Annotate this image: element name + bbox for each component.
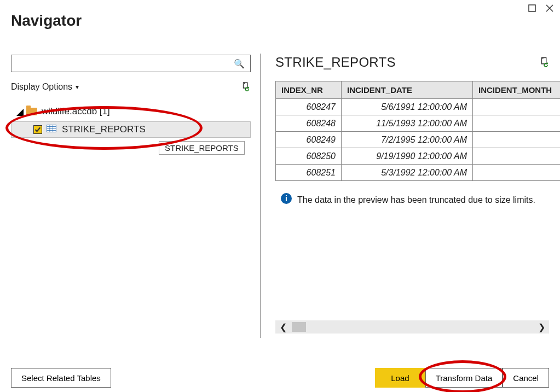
tree-item-checkbox[interactable] [33,125,42,134]
table-row: 60824811/5/1993 12:00:00 AM [276,115,561,132]
search-input[interactable] [16,58,234,68]
col-header[interactable]: INDEX_NR [276,81,342,99]
tree-database-label: wildlife.accdb [1] [42,106,110,117]
search-icon[interactable]: 🔍 [234,58,245,69]
transform-data-button[interactable]: Transform Data [425,368,503,388]
col-header[interactable]: INCIDENT_DATE [342,81,473,99]
panel-divider [260,54,261,338]
scroll-thumb[interactable] [292,322,306,332]
table-row: 6082509/19/1990 12:00:00 AM [276,148,561,165]
preview-table: INDEX_NR INCIDENT_DATE INCIDENT_MONTH 60… [275,81,560,181]
window-close-icon[interactable] [545,3,555,13]
table-icon [47,124,56,135]
tree-database-node[interactable]: ◢ wildlife.accdb [1] [11,104,251,119]
display-options-label: Display Options [11,82,72,92]
horizontal-scrollbar[interactable]: ❮ ❯ [275,320,549,334]
table-row: 6082497/2/1995 12:00:00 AM [276,132,561,148]
chevron-down-icon: ▾ [76,83,79,91]
window-restore-icon[interactable] [527,3,537,13]
tree-item-label: STRIKE_REPORTS [62,124,146,135]
folder-icon [26,108,37,115]
scroll-right-icon[interactable]: ❯ [534,322,549,332]
tree-item-tooltip: STRIKE_REPORTS [159,141,245,155]
scroll-left-icon[interactable]: ❮ [275,322,291,332]
table-row: 6082515/3/1992 12:00:00 AM [276,165,561,181]
svg-rect-0 [529,5,535,11]
preview-title: STRIKE_REPORTS [275,55,539,70]
info-text: The data in the preview has been truncat… [297,193,535,207]
search-input-wrap[interactable]: 🔍 [11,55,251,72]
info-icon: i [281,193,292,204]
refresh-preview-button[interactable] [539,56,549,69]
expander-icon[interactable]: ◢ [16,106,23,118]
select-related-tables-button[interactable]: Select Related Tables [11,368,111,388]
load-button[interactable]: Load [375,368,425,388]
display-options-dropdown[interactable]: Display Options ▾ [11,82,79,92]
refresh-tree-button[interactable] [241,81,251,93]
col-header[interactable]: INCIDENT_MONTH [473,81,561,99]
tree-item-strike-reports[interactable]: STRIKE_REPORTS [11,121,251,138]
table-row: 6082475/6/1991 12:00:00 AM [276,99,561,115]
info-message-row: i The data in the preview has been trunc… [275,193,549,207]
dialog-title: Navigator [11,12,82,30]
cancel-button[interactable]: Cancel [503,368,549,388]
